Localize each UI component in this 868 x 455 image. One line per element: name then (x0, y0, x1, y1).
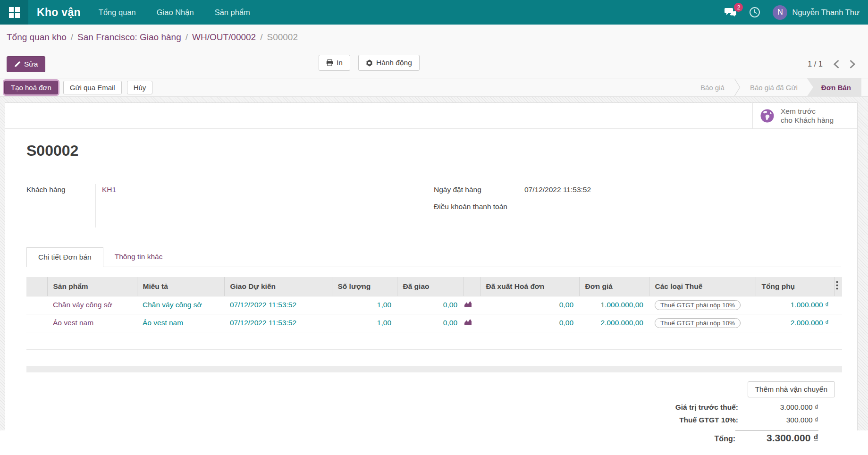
cell-product[interactable]: Chân váy công sở (47, 296, 137, 314)
add-shipping-button[interactable]: Thêm nhà vận chuyển (748, 381, 835, 397)
tax-amount-row: Thuế GTGT 10%: 300.000 ₫ (615, 416, 818, 429)
customer-value-link[interactable]: KH1 (102, 185, 116, 194)
order-line-row[interactable]: Áo vest nam Áo vest nam 07/12/2022 11:53… (26, 314, 842, 332)
header-description[interactable]: Miêu tả (137, 277, 224, 296)
field-customer: Khách hàng KH1 (26, 184, 425, 228)
edit-button[interactable]: Sửa (7, 56, 45, 72)
document-title: S00002 (26, 142, 841, 160)
nav-menu-overview[interactable]: Tổng quan (99, 8, 136, 17)
order-line-row[interactable]: Chân váy công sở Chân váy công sở 07/12/… (26, 296, 842, 314)
cell-taxes: Thuế GTGT phải nộp 10% (649, 296, 756, 314)
print-button[interactable]: In (319, 55, 350, 71)
header-options-button[interactable] (834, 277, 842, 296)
header-quantity[interactable]: Số lượng (332, 277, 397, 296)
globe-icon (760, 109, 775, 123)
app-brand: Kho vận (37, 6, 81, 19)
center-buttons: In Hành động (319, 55, 420, 71)
control-panel: Tổng quan kho / San Francisco: Giao hàng… (0, 25, 868, 78)
cell-scheduled-date: 07/12/2022 11:53:52 (224, 314, 332, 332)
state-quotation[interactable]: Báo giá (691, 78, 734, 96)
chevron-left-icon (833, 60, 839, 68)
pager: 1 / 1 (808, 50, 856, 78)
chevron-right-icon (850, 60, 856, 68)
action-button-label: Hành động (376, 59, 412, 67)
cancel-button[interactable]: Hủy (127, 81, 153, 94)
header-invoiced[interactable]: Đã xuất Hoá đơn (480, 277, 579, 296)
user-menu-button[interactable]: N Nguyễn Thanh Thư (773, 5, 860, 20)
state-pills: Báo giá Báo giá đã Gửi Đơn Bán (691, 78, 861, 96)
cell-delivered: 0,00 (397, 314, 463, 332)
pager-next-button[interactable] (850, 60, 856, 68)
tax-amount-value: 300.000 ₫ (738, 416, 818, 424)
cell-quantity: 1,00 (332, 314, 397, 332)
shipping-row: Thêm nhà vận chuyển (26, 381, 842, 397)
cell-quantity: 1,00 (332, 296, 397, 314)
nav-menus: Tổng quan Giao Nhận Sản phẩm (99, 8, 250, 17)
cell-description: Áo vest nam (137, 314, 224, 332)
order-lines-table: Sản phẩm Miêu tả Giao Dự kiến Số lượng Đ… (26, 277, 842, 350)
messages-menu-button[interactable]: 2 (725, 7, 737, 17)
gear-icon (366, 59, 373, 67)
breadcrumb-link-overview[interactable]: Tổng quan kho (7, 32, 67, 42)
cell-description: Chân váy công sở (137, 296, 224, 314)
form-sheet: Xem trước cho Khách hàng S00002 Khách hà… (5, 102, 858, 430)
printer-icon (326, 59, 333, 66)
cell-subtotal: 2.000.000 ₫ (756, 314, 834, 332)
cell-invoiced: 0,00 (480, 296, 579, 314)
area-chart-icon (464, 301, 472, 307)
tab-other-info[interactable]: Thông tin khác (103, 247, 174, 267)
state-quotation-sent[interactable]: Báo giá đã Gửi (741, 78, 807, 96)
nav-menu-products[interactable]: Sản phẩm (215, 8, 250, 17)
avatar: N (773, 5, 787, 20)
state-separator-icon (734, 78, 741, 96)
nav-right: 2 N Nguyễn Thanh Thư (725, 5, 868, 20)
header-subtotal[interactable]: Tổng phụ (756, 277, 834, 296)
breadcrumb-separator: / (260, 32, 262, 42)
forecast-button[interactable] (463, 314, 480, 332)
breadcrumb-separator: / (185, 32, 188, 42)
customer-preview-link[interactable]: Xem trước cho Khách hàng (752, 103, 857, 128)
cell-scheduled-date: 07/12/2022 11:53:52 (224, 296, 332, 314)
cell-subtotal: 1.000.000 ₫ (756, 296, 834, 314)
cell-options (834, 296, 842, 314)
cell-invoiced: 0,00 (480, 314, 579, 332)
header-handle (26, 277, 47, 296)
pager-previous-button[interactable] (833, 60, 839, 68)
table-header-row: Sản phẩm Miêu tả Giao Dự kiến Số lượng Đ… (26, 277, 842, 296)
forecast-button[interactable] (463, 296, 480, 314)
header-scheduled-date[interactable]: Giao Dự kiến (224, 277, 332, 296)
send-by-email-button[interactable]: Gửi qua Email (63, 81, 122, 94)
field-order-date: Ngày đặt hàng 07/12/2022 11:53:52 (434, 184, 841, 201)
header-unit-price[interactable]: Đơn giá (579, 277, 649, 296)
order-date-label: Ngày đặt hàng (434, 184, 518, 201)
print-button-label: In (337, 59, 343, 67)
state-sales-order-active[interactable]: Đơn Bán (807, 78, 861, 96)
breadcrumb-link-picking[interactable]: WH/OUT/00002 (192, 32, 256, 42)
cell-options (834, 314, 842, 332)
nav-menu-transfers[interactable]: Giao Nhận (157, 8, 194, 17)
header-delivered[interactable]: Đã giao (397, 277, 463, 296)
content-area: Xem trước cho Khách hàng S00002 Khách hà… (0, 97, 868, 430)
apps-grid-icon (9, 7, 20, 18)
header-forecast (463, 277, 480, 296)
pencil-icon (14, 61, 21, 67)
header-product[interactable]: Sản phẩm (47, 277, 137, 296)
untaxed-amount-label: Giá trị trước thuế: (675, 403, 738, 412)
header-taxes[interactable]: Các loại Thuế (649, 277, 756, 296)
clock-icon (749, 7, 760, 18)
tab-order-lines[interactable]: Chi tiết Đơn bán (26, 247, 103, 267)
action-button[interactable]: Hành động (358, 55, 420, 71)
breadcrumb: Tổng quan kho / San Francisco: Giao hàng… (0, 25, 868, 50)
activity-menu-button[interactable] (749, 7, 760, 18)
cell-delivered: 0,00 (397, 296, 463, 314)
cell-unit-price: 1.000.000,00 (579, 296, 649, 314)
cell-product[interactable]: Áo vest nam (47, 314, 137, 332)
breadcrumb-link-operation[interactable]: San Francisco: Giao hàng (77, 32, 181, 42)
tax-tag: Thuế GTGT phải nộp 10% (655, 300, 741, 310)
notebook-tabs: Chi tiết Đơn bán Thông tin khác (26, 247, 841, 267)
create-invoice-button[interactable]: Tạo hoá đơn (4, 81, 58, 94)
untaxed-amount-value: 3.000.000 ₫ (738, 403, 818, 412)
apps-menu-button[interactable] (0, 0, 28, 25)
field-group: Khách hàng KH1 Ngày đặt hàng 07/12/2022 … (26, 184, 841, 228)
cell-handle (26, 314, 47, 332)
